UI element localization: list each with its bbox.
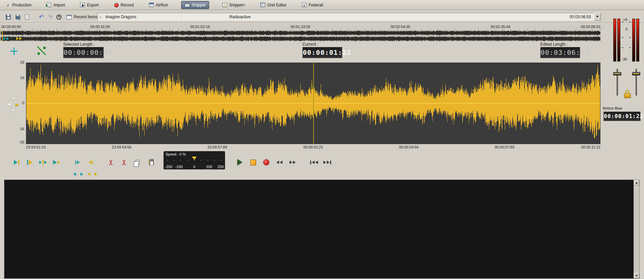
- wave-time-label: 23:59:51:23: [26, 145, 46, 149]
- fader-handle[interactable]: [613, 72, 621, 75]
- meter-bar: [632, 19, 635, 62]
- before-blue-label: Before Blue: [603, 106, 622, 110]
- fader-link-lock-button[interactable]: [624, 90, 631, 99]
- tab-airrun[interactable]: AirRun: [147, 1, 170, 9]
- duration-dropdown-button[interactable]: [594, 13, 601, 21]
- skip-triangle-icon: [315, 161, 318, 164]
- tab-label: Grid Editor: [267, 3, 287, 7]
- meter-tick: [629, 47, 631, 48]
- skip-bar-icon: [330, 161, 331, 164]
- ruler-tick-label: 00:03:06:53: [581, 25, 600, 29]
- scroll-up-icon: [635, 181, 638, 184]
- play-over-mark-button[interactable]: [38, 158, 48, 167]
- nudge-mark-back-button[interactable]: [86, 172, 92, 177]
- zoom-diagonal-tool-button[interactable]: [37, 46, 46, 55]
- rewind-icon: [276, 161, 279, 164]
- track-duration: 00:03:06:53: [570, 15, 591, 19]
- before-blue-display: 00:00:01:22: [603, 112, 641, 121]
- tab-production[interactable]: ♪ Production: [5, 1, 33, 9]
- play-range-button[interactable]: [51, 158, 61, 167]
- play-to-mark-button[interactable]: [11, 158, 22, 167]
- mark-in-button[interactable]: [74, 158, 81, 167]
- copy-button[interactable]: [132, 158, 143, 167]
- undo-button[interactable]: ↶: [37, 13, 45, 21]
- pan-center-dot: [13, 50, 15, 52]
- audio-editor-window: ♪ Production Import Export Record AirRun…: [0, 0, 644, 279]
- wave-time-label: 00:00:01:22: [303, 145, 323, 149]
- nudge-right-icon: [95, 172, 97, 176]
- fast-forward-icon: [293, 161, 296, 164]
- speed-slider-thumb[interactable]: [192, 157, 197, 162]
- skip-to-end-button[interactable]: [322, 158, 332, 167]
- speed-slider-panel: Speed : 0 % -200 -100 0 100 200: [164, 151, 225, 169]
- save-button[interactable]: [4, 13, 12, 21]
- redo-button[interactable]: ↷: [46, 13, 54, 21]
- marker-arrow-icon: [6, 37, 9, 40]
- marker-arrow-icon: [19, 37, 22, 40]
- copy-icon: [135, 160, 140, 165]
- record-button[interactable]: [261, 158, 271, 167]
- fast-forward-button[interactable]: [288, 158, 298, 167]
- nudge-right-icon: [80, 172, 83, 176]
- pan-tool-button[interactable]: [10, 47, 18, 56]
- fader-handle[interactable]: [632, 72, 640, 75]
- recent-items-label[interactable]: Recent Items: [74, 15, 98, 19]
- tab-snippet[interactable]: Snippet: [181, 1, 209, 9]
- wave-time-label: 00:00:11:22: [581, 145, 600, 149]
- tab-export[interactable]: Export: [78, 1, 101, 9]
- wave-time-label: 23:59:57:89: [207, 145, 227, 149]
- selected-length-display: 00:00:00:00: [63, 47, 104, 58]
- rewind-button[interactable]: [274, 158, 284, 167]
- mark-bar-icon: [18, 160, 19, 165]
- vertical-scrollbar[interactable]: [634, 180, 639, 278]
- level-meter-right: [632, 19, 640, 62]
- timeline-ruler[interactable]: 00:00:00:00 00:00:31:09 00:01:02:18 00:0…: [0, 24, 605, 30]
- play-button[interactable]: [235, 158, 245, 167]
- scroll-up-button[interactable]: [634, 180, 639, 185]
- track-title-field[interactable]: ♪ Imagine Dragons Radioactive 00:03:06:5…: [97, 13, 594, 21]
- undo-icon: ↶: [39, 14, 44, 20]
- mark-out-button[interactable]: [87, 158, 94, 167]
- amplitude-scale-label: -33: [16, 140, 24, 144]
- meter-tick: [622, 47, 623, 48]
- overview-waveform-left[interactable]: [1, 30, 600, 36]
- save-all-button[interactable]: [14, 13, 22, 21]
- play-triangle-icon: [39, 161, 42, 164]
- level-meter-left: [613, 19, 621, 62]
- waveform-display[interactable]: [26, 63, 600, 144]
- mark-bar-icon: [27, 160, 28, 165]
- nudge-back-button[interactable]: [72, 172, 78, 177]
- cut-button[interactable]: ✂: [106, 158, 116, 167]
- save-all-icon: [16, 15, 20, 19]
- tab-grid-editor[interactable]: Grid Editor: [258, 1, 289, 9]
- cut-selection-button[interactable]: ✂: [119, 158, 129, 167]
- nav-play-button[interactable]: ▶: [16, 102, 19, 107]
- paste-button[interactable]: [146, 158, 156, 167]
- skip-triangle-icon: [312, 161, 315, 164]
- nudge-forward-button[interactable]: [79, 172, 85, 177]
- tab-import[interactable]: Import: [45, 1, 67, 9]
- new-document-button[interactable]: [23, 13, 31, 21]
- overview-waveform-right[interactable]: [1, 36, 600, 41]
- skip-to-start-button[interactable]: [309, 158, 319, 167]
- nav-down-button[interactable]: ▼: [11, 108, 16, 113]
- region-end-marker[interactable]: [16, 37, 22, 40]
- history-button[interactable]: [55, 13, 63, 21]
- tab-snippet-plus[interactable]: Snippet+: [220, 1, 247, 9]
- play-from-mark-button[interactable]: [25, 158, 35, 167]
- wave-time-label: 23:59:54:56: [112, 145, 131, 149]
- tab-record[interactable]: Record: [112, 1, 136, 9]
- scroll-down-button[interactable]: [634, 273, 639, 278]
- nav-up-button[interactable]: ▲: [11, 96, 16, 100]
- overview-canvas: [1, 36, 600, 41]
- recent-items-button[interactable]: [65, 13, 73, 21]
- speed-scale-label: -100: [175, 165, 182, 169]
- nav-left-button[interactable]: ◀: [7, 102, 10, 107]
- nudge-mark-forward-button[interactable]: [93, 172, 99, 177]
- tab-federall[interactable]: Federall: [300, 1, 325, 9]
- ruler-tick-label: 00:01:02:18: [190, 25, 210, 29]
- stop-button[interactable]: [248, 158, 258, 167]
- playhead-cursor[interactable]: [313, 63, 314, 144]
- region-start-marker[interactable]: [3, 37, 9, 40]
- record-icon: [263, 159, 269, 165]
